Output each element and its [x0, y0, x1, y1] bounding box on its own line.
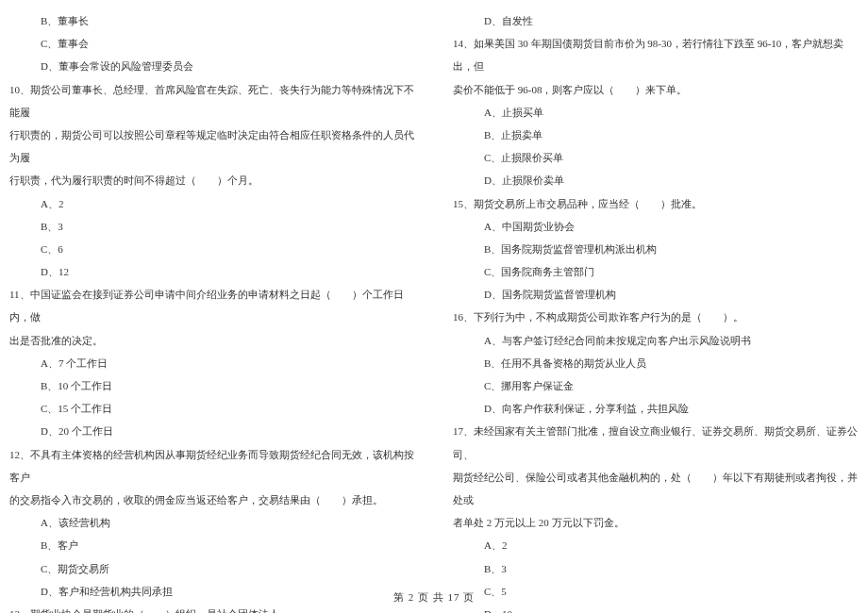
answer-option: A、2 — [9, 192, 415, 215]
question-line: 17、未经国家有关主管部门批准，擅自设立商业银行、证券交易所、期货交易所、证券公… — [453, 420, 859, 465]
answer-option: A、2 — [453, 534, 859, 556]
answer-option: D、12 — [9, 260, 415, 283]
answer-option: D、止损限价卖单 — [453, 169, 859, 191]
question-line: 卖价不能低于 96-08，则客户应以（ ）来下单。 — [453, 78, 859, 101]
answer-option: C、止损限价买单 — [453, 146, 859, 169]
question-line: 15、期货交易所上市交易品种，应当经（ ）批准。 — [453, 192, 859, 215]
question-line: 期货经纪公司、保险公司或者其他金融机构的，处（ ）年以下有期徒刑或者拘役，并处或 — [453, 466, 859, 511]
answer-option: A、该经营机构 — [9, 511, 415, 534]
answer-option: C、董事会 — [9, 32, 415, 55]
question-line: 10、期货公司董事长、总经理、首席风险官在失踪、死亡、丧失行为能力等特殊情况下不… — [9, 78, 415, 124]
answer-option: B、客户 — [9, 534, 415, 556]
left-column: B、董事长C、董事会D、董事会常设的风险管理委员会10、期货公司董事长、总经理、… — [9, 9, 415, 585]
answer-option: C、15 个工作日 — [9, 397, 415, 420]
answer-option: D、国务院期货监督管理机构 — [453, 283, 859, 306]
answer-option: D、20 个工作日 — [9, 420, 415, 442]
answer-option: B、止损卖单 — [453, 124, 859, 146]
answer-option: B、任用不具备资格的期货从业人员 — [453, 352, 859, 374]
answer-option: C、5 — [453, 580, 859, 603]
answer-option: D、自发性 — [453, 9, 859, 32]
page-container: B、董事长C、董事会D、董事会常设的风险管理委员会10、期货公司董事长、总经理、… — [9, 9, 859, 585]
question-line: 出是否批准的决定。 — [9, 329, 415, 352]
answer-option: C、期货交易所 — [9, 557, 415, 580]
question-line: 行职责，代为履行职责的时间不得超过（ ）个月。 — [9, 169, 415, 191]
answer-option: B、10 个工作日 — [9, 374, 415, 397]
answer-option: D、董事会常设的风险管理委员会 — [9, 55, 415, 77]
answer-option: A、7 个工作日 — [9, 352, 415, 374]
question-line: 16、下列行为中，不构成期货公司欺诈客户行为的是（ ）。 — [453, 306, 859, 328]
question-line: 13、期货业协会是期货业的（ ）组织，是社会团体法人。 — [9, 603, 415, 613]
question-line: 12、不具有主体资格的经营机构因从事期货经纪业务而导致期货经纪合同无效，该机构按… — [9, 443, 415, 489]
answer-option: A、中国期货业协会 — [453, 215, 859, 238]
answer-option: D、10 — [453, 603, 859, 613]
answer-option: A、与客户签订经纪合同前未按规定向客户出示风险说明书 — [453, 329, 859, 352]
answer-option: D、向客户作获利保证，分享利益，共担风险 — [453, 397, 859, 420]
question-line: 行职责的，期货公司可以按照公司章程等规定临时决定由符合相应任职资格条件的人员代为… — [9, 124, 415, 169]
answer-option: A、止损买单 — [453, 101, 859, 124]
answer-option: C、挪用客户保证金 — [453, 374, 859, 397]
question-line: 者单处 2 万元以上 20 万元以下罚金。 — [453, 511, 859, 534]
answer-option: B、3 — [9, 215, 415, 238]
right-column: D、自发性14、如果美国 30 年期国债期货目前市价为 98-30，若行情往下跌… — [453, 9, 859, 585]
question-line: 11、中国证监会在接到证券公司申请中间介绍业务的申请材料之日起（ ）个工作日内，… — [9, 283, 415, 328]
question-line: 14、如果美国 30 年期国债期货目前市价为 98-30，若行情往下跌至 96-… — [453, 32, 859, 77]
answer-option: C、6 — [9, 238, 415, 260]
answer-option: B、董事长 — [9, 9, 415, 32]
question-line: 的交易指令入市交易的，收取的佣金应当返还给客户，交易结果由（ ）承担。 — [9, 489, 415, 511]
answer-option: D、客户和经营机构共同承担 — [9, 580, 415, 603]
answer-option: C、国务院商务主管部门 — [453, 260, 859, 283]
answer-option: B、国务院期货监督管理机构派出机构 — [453, 238, 859, 260]
answer-option: B、3 — [453, 557, 859, 580]
